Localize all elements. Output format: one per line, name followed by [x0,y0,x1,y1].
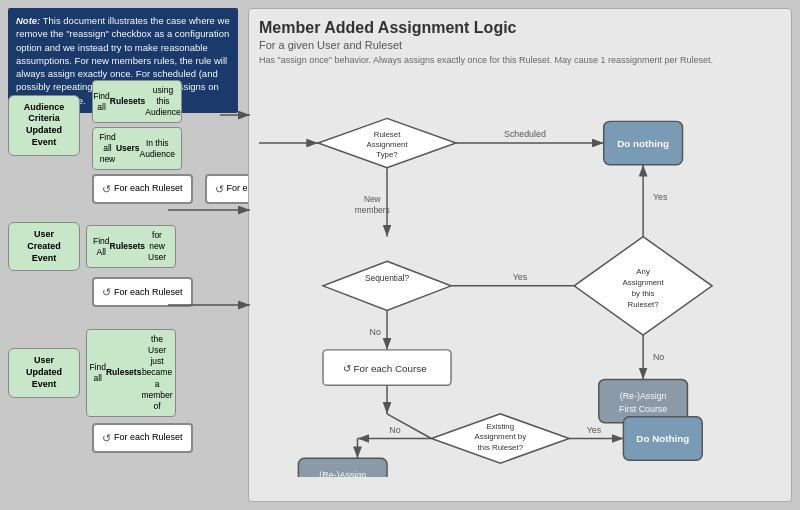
user-created-row: User Created Event Find All Rulesets for… [8,222,238,271]
svg-text:(Re-)Assign: (Re-)Assign [620,391,667,401]
flowchart-desc: Has "assign once" behavior. Always assig… [259,54,781,67]
svg-text:First Course: First Course [619,404,667,414]
svg-text:No: No [370,327,381,337]
right-panel: Member Added Assignment Logic For a give… [248,8,792,502]
svg-text:Assignment by: Assignment by [475,432,527,441]
do-nothing-top: Do nothing [617,138,669,149]
svg-text:Sequential?: Sequential? [365,273,410,283]
svg-text:No: No [389,424,400,434]
svg-text:No: No [653,351,664,361]
flowchart-subtitle: For a given User and Ruleset [259,39,781,51]
svg-text:Type?: Type? [376,149,398,158]
svg-text:Yes: Yes [587,424,602,434]
svg-text:↺  For each Course: ↺ For each Course [343,362,427,373]
user-created-foreach-row: ↺ For each Ruleset [86,277,238,307]
svg-text:Yes: Yes [513,272,528,282]
flowchart-svg: Ruleset Assignment Type? Scheduled Do no… [259,75,781,477]
note-label: Note: [16,15,40,26]
svg-text:by this: by this [632,288,655,297]
find-users-audience: Find all new Users In this Audience [92,127,182,170]
audience-criteria-event: Audience Criteria Updated Event [8,95,80,156]
main-container: Note: This document illustrates the case… [0,0,800,510]
svg-text:Ruleset?: Ruleset? [628,299,660,308]
find-rulesets-user: Find All Rulesets for new User [86,225,176,268]
find-rulesets-updated: Find all Rulesets the User just became a… [86,329,176,416]
scheduled-label: Scheduled [504,129,546,139]
svg-text:members: members [355,205,390,215]
svg-text:Assignment: Assignment [623,277,665,286]
do-nothing-bottom: Do Nothing [636,433,689,444]
audience-criteria-row: Audience Criteria Updated Event Find all… [8,80,238,170]
user-updated-event: User Updated Event [8,348,80,397]
svg-text:(Re-)Assign: (Re-)Assign [319,469,366,476]
user-created-event: User Created Event [8,222,80,271]
foreach-ruleset-user-created: ↺ For each Ruleset [92,277,193,307]
audience-finds: Find all Rulesets using this Audience Fi… [86,80,182,170]
svg-marker-11 [323,261,451,310]
svg-text:New: New [364,194,382,204]
user-updated-row: User Updated Event Find all Rulesets the… [8,329,238,416]
user-updated-foreach-row: ↺ For each Ruleset [86,423,238,453]
events-panel: Audience Criteria Updated Event Find all… [8,80,238,453]
audience-foreach-row: ↺ For each Ruleset ↺ For each User [86,174,238,204]
flowchart-title: Member Added Assignment Logic [259,19,781,37]
foreach-ruleset-audience: ↺ For each Ruleset [92,174,193,204]
svg-text:Yes: Yes [653,192,668,202]
find-rulesets-audience: Find all Rulesets using this Audience [92,80,182,123]
ruleset-type-label: Ruleset [374,130,401,139]
svg-text:this Ruleset?: this Ruleset? [478,443,524,452]
svg-text:Existing: Existing [487,421,515,430]
svg-text:Any: Any [636,267,650,276]
svg-text:Assignment: Assignment [367,140,409,149]
foreach-ruleset-user-updated: ↺ For each Ruleset [92,423,193,453]
